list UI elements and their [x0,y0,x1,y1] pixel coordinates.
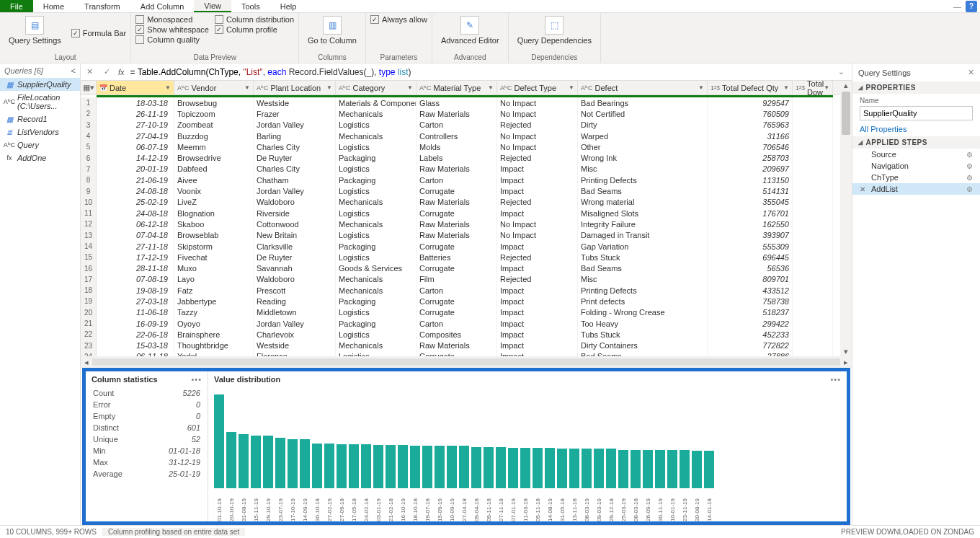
distribution-bar[interactable]: 08-03-18 [631,450,641,521]
distribution-bar[interactable]: 17-10-19 [288,439,298,521]
formula-expand-icon[interactable]: ⌄ [834,67,849,76]
table-row[interactable]: 1427-11-18SkipstormClarksvillePackagingC… [81,241,852,252]
check-monospaced[interactable]: Monospaced [135,14,209,25]
column-filter-icon[interactable]: ▼ [244,84,250,91]
table-row[interactable]: 2222-06-18BrainsphereCharlevoixLogistics… [81,329,852,340]
always-allow-checkbox[interactable]: Always allow [370,14,427,25]
distribution-bar[interactable]: 26-09-19 [643,450,653,521]
table-row[interactable]: 327-10-19ZoombeatJordan ValleyLogisticsC… [81,120,852,131]
table-row[interactable]: 924-08-18VoonixJordan ValleyLogisticsCor… [81,185,852,196]
table-row[interactable]: 1628-11-18MuxoSavannahGoods & ServicesCo… [81,263,852,273]
table-row[interactable]: 2406-11-18YodelFlorenceLogisticsCorrugat… [81,351,852,356]
distribution-bar[interactable]: 25-03-19 [618,450,628,521]
table-row[interactable]: 226-11-19TopiczoomFrazerMechanicalsRaw M… [81,108,852,119]
column-filter-icon[interactable]: ▼ [698,84,704,91]
column-filter-icon[interactable]: ▼ [407,84,413,91]
step-navigation[interactable]: Navigation⚙ [852,160,980,172]
column-filter-icon[interactable]: ▼ [488,84,494,91]
column-filter-icon[interactable]: ▼ [326,84,332,91]
column-header-date[interactable]: 📅Date▼ [97,81,174,94]
horizontal-scrollbar[interactable]: ◂▸ [81,356,852,368]
table-row[interactable]: 427-04-19BuzzdogBarlingMechanicalsContro… [81,131,852,141]
distribution-bar[interactable]: 30-10-18 [312,444,322,521]
stats-menu-icon[interactable]: ••• [191,375,202,384]
distribution-bar[interactable]: 11-03-18 [520,448,530,521]
distribution-bar[interactable]: 27-04-18 [459,446,469,521]
distribution-bar[interactable]: 16-10-19 [398,445,408,521]
column-header-deft[interactable]: AᵇCDefect Type▼ [497,81,578,94]
query-name-input[interactable] [860,106,973,120]
column-header-vendor[interactable]: AᵇCVendor▼ [174,81,254,94]
step-chtype[interactable]: ChType⚙ [852,172,980,183]
properties-section[interactable]: PROPERTIES [852,81,980,94]
distribution-bar[interactable]: 09-04-18 [471,447,481,521]
table-row[interactable]: 506-07-19MeemmCharles CityLogisticsMolds… [81,141,852,152]
distribution-bar[interactable]: 14-01-18 [704,451,714,521]
close-settings-icon[interactable]: ✕ [968,68,974,77]
distribution-bar[interactable]: 24-02-18 [361,444,371,521]
distribution-bar[interactable]: 23-07-19 [275,438,285,521]
query-dependencies-button[interactable]: ⬚ Query Dependencies [513,14,596,46]
profiling-scope-button[interactable]: Column profiling based on entire data se… [102,528,245,536]
distribution-bar[interactable]: 09-11-18 [484,447,494,521]
distribution-bar[interactable]: 29-10-19 [263,436,273,521]
menu-add-column[interactable]: Add Column [130,0,195,12]
table-row[interactable]: 2116-09-19OyoyoJordan ValleyPackagingCar… [81,318,852,329]
table-row[interactable]: 2011-06-18TazzyMiddletownLogisticsCorrug… [81,307,852,318]
table-row[interactable]: 1707-08-19LayoWaldoboroMechanicalsFilmRe… [81,274,852,285]
minimize-icon[interactable]: — [953,2,961,11]
table-icon[interactable]: ▦▾ [81,81,97,94]
distribution-bar[interactable]: 07-01-19 [508,448,518,521]
table-row[interactable]: 1819-08-19FatzPrescottMechanicalsCartonI… [81,285,852,296]
table-row[interactable]: 2315-03-18ThoughtbridgeWestsideMechanica… [81,340,852,351]
distribution-bar[interactable]: 30-11-19 [655,450,665,521]
distribution-menu-icon[interactable]: ••• [830,375,841,384]
gear-icon[interactable]: ⚙ [966,151,973,159]
check-column-quality[interactable]: Column quality [135,35,209,45]
distribution-bar[interactable]: 27-02-19 [324,444,334,521]
distribution-bar[interactable]: 15-09-19 [435,446,445,521]
distribution-bar[interactable]: 30-08-19 [692,451,702,521]
column-header-qty[interactable]: 1²3Total Defect Qty▼ [708,81,793,94]
distribution-bar[interactable]: 08-03-19 [582,449,592,521]
fx-icon[interactable]: fx [118,68,125,76]
query-item-query[interactable]: AᵇCQuery [0,138,80,151]
table-row[interactable]: 720-01-19DabfeedCharles CityLogisticsRaw… [81,164,852,175]
all-properties-link[interactable]: All Properties [852,122,980,136]
distribution-bar[interactable]: 15-11-19 [251,436,261,521]
gear-icon[interactable]: ⚙ [966,174,973,182]
distribution-bar[interactable]: 01-10-19 [214,394,224,521]
menu-help[interactable]: Help [270,0,307,12]
query-item-addone[interactable]: fxAddOne [0,151,80,164]
query-item-supplierquality[interactable]: ▦SupplierQuality [0,78,80,91]
check-show-whitespace[interactable]: Show whitespace [135,25,209,35]
table-row[interactable]: 1206-12-18SkabooCottonwoodMechanicalsRaw… [81,219,852,229]
column-filter-icon[interactable]: ▼ [569,84,574,91]
table-row[interactable]: 1307-04-18BrowseblabNew BritainLogistics… [81,230,852,241]
distribution-bar[interactable]: 14-09-19 [300,439,310,521]
table-row[interactable]: 1124-08-18BlognationRiversideLogisticsCo… [81,208,852,219]
step-addlist[interactable]: ✕AddList⚙ [852,183,980,195]
check-column-distribution[interactable]: Column distribution [215,14,294,25]
table-row[interactable]: 614-12-19BrowsedriveDe RuyterPackagingLa… [81,152,852,163]
distribution-bar[interactable]: 19-07-18 [422,446,432,521]
distribution-bar[interactable]: 13-11-18 [569,449,579,521]
formula-commit-icon[interactable]: ✓ [101,67,112,76]
column-header-mat[interactable]: AᵇCMaterial Type▼ [416,81,497,94]
query-settings-button[interactable]: ▤ Query Settings [4,14,66,46]
advanced-editor-button[interactable]: ✎ Advanced Editor [437,14,504,46]
check-column-profile[interactable]: Column profile [215,25,294,35]
gear-icon[interactable]: ⚙ [966,162,973,170]
help-icon[interactable]: ? [966,1,977,12]
column-header-cat[interactable]: AᵇCCategory▼ [336,81,416,94]
menu-file[interactable]: File [0,0,33,12]
column-header-down[interactable]: 1²3Total Dow▼ [793,81,833,94]
formula-cancel-icon[interactable]: ✕ [84,67,95,76]
column-filter-icon[interactable]: ▼ [824,84,829,91]
vertical-scrollbar[interactable]: ▴ ▾ [840,81,852,356]
goto-column-button[interactable]: ▥ Go to Column [303,14,361,46]
distribution-bar[interactable]: 31-08-19 [239,434,249,521]
gear-icon[interactable]: ⚙ [966,185,973,193]
distribution-bar[interactable]: 17-05-18 [349,444,359,521]
column-header-plant[interactable]: AᵇCPlant Location▼ [254,81,336,94]
